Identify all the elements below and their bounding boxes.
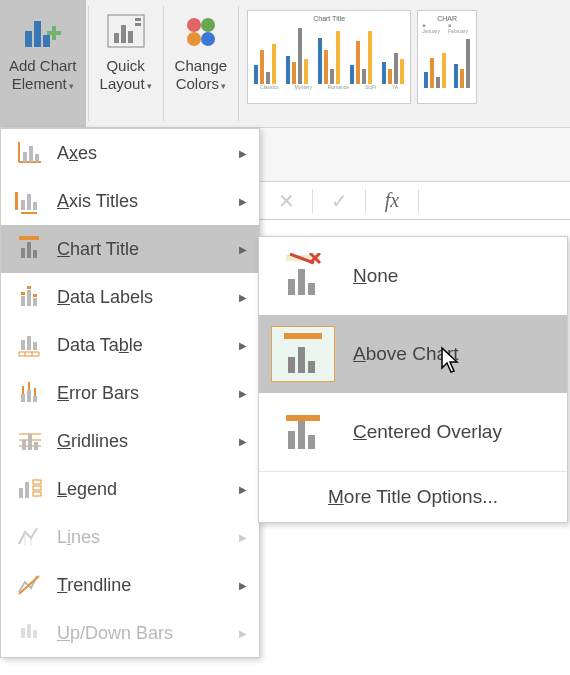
svg-rect-77 bbox=[288, 357, 295, 373]
svg-rect-34 bbox=[33, 294, 37, 297]
data-labels-icon bbox=[13, 282, 45, 312]
chart-element-menu: Axes ▶ Axis Titles ▶ Chart Title ▶ Data … bbox=[0, 128, 260, 658]
menu-updown-bars: Up/Down Bars ▶ bbox=[1, 609, 259, 657]
svg-rect-17 bbox=[23, 152, 27, 162]
submenu-arrow-icon: ▶ bbox=[239, 388, 247, 399]
menu-label: Error Bars bbox=[57, 383, 139, 404]
submenu-arrow-icon: ▶ bbox=[239, 340, 247, 351]
updown-bars-icon bbox=[13, 618, 45, 648]
svg-rect-56 bbox=[19, 488, 23, 498]
menu-axis-titles[interactable]: Axis Titles ▶ bbox=[1, 177, 259, 225]
svg-rect-74 bbox=[298, 269, 305, 295]
submenu-arrow-icon: ▶ bbox=[239, 532, 247, 543]
svg-rect-0 bbox=[25, 31, 32, 47]
svg-rect-20 bbox=[15, 192, 18, 210]
none-icon bbox=[271, 248, 335, 304]
svg-rect-4 bbox=[47, 31, 61, 35]
svg-point-13 bbox=[187, 32, 201, 46]
svg-rect-27 bbox=[27, 242, 31, 258]
menu-axes[interactable]: Axes ▶ bbox=[1, 129, 259, 177]
accept-formula-button: ✓ bbox=[313, 189, 365, 213]
submenu-label: Above Chart bbox=[353, 343, 459, 365]
submenu-none[interactable]: None bbox=[259, 237, 567, 315]
svg-rect-8 bbox=[128, 31, 133, 43]
data-table-icon bbox=[13, 330, 45, 360]
svg-rect-28 bbox=[33, 250, 37, 258]
submenu-above-chart[interactable]: Above Chart bbox=[259, 315, 567, 393]
svg-rect-44 bbox=[21, 394, 25, 402]
svg-rect-54 bbox=[28, 434, 32, 450]
chart-title-submenu: None Above Chart Centered Overlay More T… bbox=[258, 236, 568, 523]
svg-rect-80 bbox=[288, 431, 295, 449]
menu-label: Chart Title bbox=[57, 239, 139, 260]
svg-point-14 bbox=[201, 32, 215, 46]
thumb-title: Chart Title bbox=[252, 15, 406, 22]
cancel-formula-button: ✕ bbox=[260, 189, 312, 213]
svg-rect-33 bbox=[27, 286, 31, 289]
svg-rect-35 bbox=[21, 340, 25, 350]
svg-line-63 bbox=[19, 576, 39, 594]
svg-rect-36 bbox=[27, 336, 31, 350]
svg-rect-30 bbox=[27, 290, 31, 306]
submenu-arrow-icon: ▶ bbox=[239, 580, 247, 591]
svg-point-12 bbox=[201, 18, 215, 32]
submenu-arrow-icon: ▶ bbox=[239, 628, 247, 639]
svg-rect-65 bbox=[27, 624, 31, 638]
svg-point-11 bbox=[187, 18, 201, 32]
svg-rect-25 bbox=[19, 236, 39, 240]
svg-rect-6 bbox=[114, 33, 119, 43]
gridlines-icon bbox=[13, 426, 45, 456]
trendline-icon bbox=[13, 570, 45, 600]
submenu-arrow-icon: ▶ bbox=[239, 148, 247, 159]
chart-style-thumb-1[interactable]: Chart Title bbox=[247, 10, 411, 104]
menu-error-bars[interactable]: Error Bars ▶ bbox=[1, 369, 259, 417]
menu-data-table[interactable]: Data Table ▶ bbox=[1, 321, 259, 369]
menu-label: Axes bbox=[57, 143, 97, 164]
menu-data-labels[interactable]: Data Labels ▶ bbox=[1, 273, 259, 321]
menu-label: Data Labels bbox=[57, 287, 153, 308]
thumb-title: CHAR bbox=[422, 15, 472, 22]
chart-element-icon bbox=[19, 7, 67, 55]
svg-rect-2 bbox=[43, 35, 50, 47]
change-colors-label: Change Colors▾ bbox=[175, 57, 228, 93]
axes-icon bbox=[13, 138, 45, 168]
submenu-arrow-icon: ▶ bbox=[239, 196, 247, 207]
insert-function-button[interactable]: fx bbox=[366, 189, 418, 212]
ribbon: Add Chart Element▾ Quick Layout▾ Cha bbox=[0, 0, 570, 128]
menu-label: Trendline bbox=[57, 575, 131, 596]
menu-label: Legend bbox=[57, 479, 117, 500]
svg-rect-58 bbox=[33, 480, 41, 484]
svg-rect-60 bbox=[33, 492, 41, 496]
svg-rect-66 bbox=[33, 630, 37, 638]
add-chart-element-button[interactable]: Add Chart Element▾ bbox=[0, 0, 86, 127]
submenu-more-options[interactable]: More Title Options... bbox=[259, 471, 567, 522]
menu-trendline[interactable]: Trendline ▶ bbox=[1, 561, 259, 609]
submenu-centered-overlay[interactable]: Centered Overlay bbox=[259, 393, 567, 471]
svg-rect-46 bbox=[33, 396, 37, 402]
svg-rect-78 bbox=[298, 347, 305, 373]
submenu-label: None bbox=[353, 265, 398, 287]
menu-chart-title[interactable]: Chart Title ▶ bbox=[1, 225, 259, 273]
quick-layout-button[interactable]: Quick Layout▾ bbox=[91, 0, 161, 127]
submenu-label: Centered Overlay bbox=[353, 421, 502, 443]
menu-gridlines[interactable]: Gridlines ▶ bbox=[1, 417, 259, 465]
above-chart-icon bbox=[271, 326, 335, 382]
error-bars-icon bbox=[13, 378, 45, 408]
svg-rect-9 bbox=[135, 18, 141, 21]
chart-style-thumb-2[interactable]: CHAR ■ January■ February bbox=[417, 10, 477, 104]
svg-rect-31 bbox=[33, 298, 37, 306]
lines-icon bbox=[13, 522, 45, 552]
svg-rect-81 bbox=[298, 421, 305, 449]
svg-rect-18 bbox=[29, 146, 33, 162]
change-colors-button[interactable]: Change Colors▾ bbox=[166, 0, 237, 127]
quick-layout-label: Quick Layout▾ bbox=[100, 57, 152, 93]
menu-legend[interactable]: Legend ▶ bbox=[1, 465, 259, 513]
centered-overlay-icon bbox=[271, 404, 335, 460]
svg-rect-75 bbox=[308, 283, 315, 295]
chart-style-gallery[interactable]: Chart Title bbox=[241, 0, 483, 127]
svg-rect-29 bbox=[21, 296, 25, 306]
submenu-arrow-icon: ▶ bbox=[239, 292, 247, 303]
menu-label: Gridlines bbox=[57, 431, 128, 452]
svg-rect-23 bbox=[33, 202, 37, 210]
add-chart-element-label: Add Chart Element▾ bbox=[9, 57, 77, 93]
